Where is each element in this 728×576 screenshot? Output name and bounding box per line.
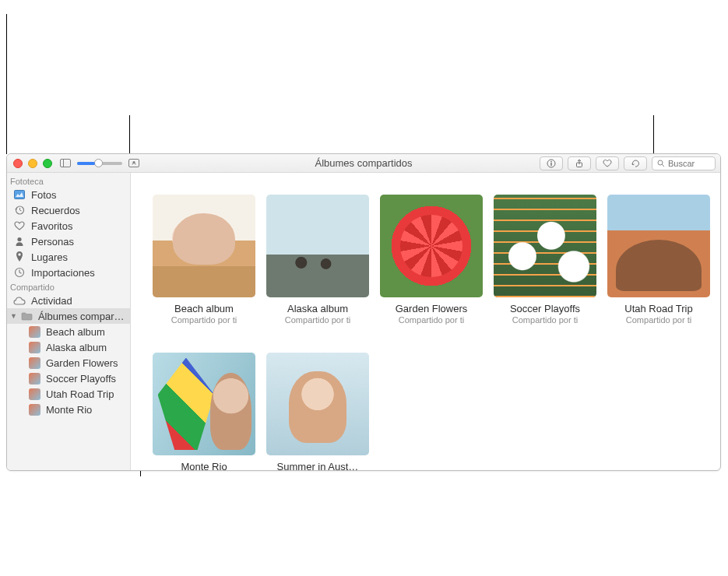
svg-rect-10 [15,191,25,199]
sidebar-shared-album[interactable]: Monte Rio [7,402,130,417]
sidebar-item-imports[interactable]: Importaciones [7,265,130,280]
traffic-lights [7,159,52,168]
sidebar-item-memories[interactable]: Recuerdos [7,202,130,218]
album-mini-thumb [29,373,40,385]
album-mini-thumb [29,357,40,369]
svg-point-5 [550,160,552,162]
album-thumbnail[interactable] [266,195,369,297]
share-button[interactable] [568,156,591,170]
album-card[interactable]: Beach albumCompartido por ti [153,195,255,325]
album-mini-thumb [29,342,40,353]
album-mini-thumb [29,326,40,338]
sidebar-item-photos[interactable]: Fotos [7,187,130,202]
album-subtitle: Compartido por ti [607,315,710,325]
photo-filter-icon[interactable] [128,159,139,167]
zoom-slider[interactable] [77,162,122,165]
sidebar-item-label: Fotos [31,189,57,201]
album-mini-thumb [29,388,40,400]
sidebar-item-label: Monte Rio [46,404,92,416]
album-thumbnail[interactable] [494,195,596,297]
disclosure-icon[interactable]: ▼ [10,312,17,320]
album-title: Summer in Aust… [266,461,369,470]
close-button[interactable] [13,159,23,168]
photos-icon [13,190,26,199]
svg-marker-13 [15,209,17,211]
sidebar-section-library: Fototeca [7,174,130,187]
sidebar-shared-album[interactable]: Beach album [7,324,130,339]
callout-line [6,14,7,154]
titlebar: Álbumes compartidos [7,154,720,173]
info-button[interactable] [540,156,563,170]
sidebar: Fototeca Fotos Recuerdos Favoritos Perso… [7,173,131,470]
sidebar-item-label: Alaska album [46,342,107,353]
sidebar-item-label: Personas [31,236,74,248]
sidebar-item-label: Álbumes compartid… [38,311,125,322]
sidebar-item-label: Favoritos [31,220,72,232]
svg-rect-6 [550,163,551,166]
callout-line [129,115,130,156]
svg-point-14 [17,237,21,241]
pin-icon [13,251,26,262]
sidebar-item-label: Lugares [31,251,68,263]
sidebar-item-label: Beach album [46,326,105,338]
svg-point-15 [18,253,20,255]
album-thumbnail[interactable] [380,195,483,297]
clock-icon [13,267,26,278]
album-card[interactable]: Soccer PlayoffsCompartido por ti [494,195,596,325]
search-field[interactable] [652,156,716,170]
album-mini-thumb [29,404,40,416]
zoom-button[interactable] [43,159,52,168]
sidebar-toggle-icon[interactable] [60,159,71,167]
svg-line-9 [662,164,664,167]
favorite-button[interactable] [596,156,619,170]
minimize-button[interactable] [28,159,37,168]
person-icon [13,236,26,247]
album-card[interactable]: Monte RioCompartido por ti [153,353,255,470]
sidebar-item-label: Recuerdos [31,205,80,216]
album-title: Monte Rio [153,461,255,470]
sidebar-item-shared-albums[interactable]: ▼ Álbumes compartid… [7,308,130,324]
heart-icon [13,221,26,230]
search-input[interactable] [668,159,710,168]
sidebar-section-shared: Compartido [7,280,130,293]
sidebar-shared-album[interactable]: Garden Flowers [7,355,130,371]
cloud-icon [13,297,26,305]
album-subtitle: Compartido por ti [380,315,483,325]
sidebar-item-label: Utah Road Trip [46,388,114,400]
sidebar-item-label: Garden Flowers [46,357,118,369]
sidebar-shared-album[interactable]: Soccer Playoffs [7,371,130,386]
album-title: Utah Road Trip [607,303,710,314]
album-thumbnail[interactable] [607,195,710,297]
folder-icon [21,312,33,321]
sidebar-shared-album[interactable]: Alaska album [7,339,130,355]
search-icon [657,160,665,167]
sidebar-item-label: Actividad [31,295,72,307]
album-title: Alaska album [266,303,369,314]
album-thumbnail[interactable] [153,353,255,455]
album-subtitle: Compartido por ti [153,315,255,325]
album-thumbnail[interactable] [266,353,369,455]
album-card[interactable]: Alaska albumCompartido por ti [266,195,369,325]
svg-point-8 [658,160,663,165]
album-title: Beach album [153,303,255,314]
album-card[interactable]: Summer in Aust…Compartido por ti [266,353,369,470]
rotate-button[interactable] [624,156,647,170]
sidebar-item-label: Importaciones [31,267,95,279]
main-content: Beach albumCompartido por tiAlaska album… [131,173,720,470]
sidebar-item-people[interactable]: Personas [7,234,130,249]
sidebar-shared-album[interactable]: Utah Road Trip [7,386,130,402]
album-card[interactable]: Utah Road TripCompartido por ti [607,195,710,325]
album-card[interactable]: Garden FlowersCompartido por ti [380,195,483,325]
photos-window: Álbumes compartidos [6,153,721,471]
album-subtitle: Compartido por ti [494,315,596,325]
sidebar-item-places[interactable]: Lugares [7,249,130,265]
clock-back-icon [13,205,26,216]
svg-rect-0 [61,160,71,167]
album-thumbnail[interactable] [153,195,255,297]
album-title: Soccer Playoffs [494,303,596,314]
album-title: Garden Flowers [380,303,483,314]
sidebar-item-label: Soccer Playoffs [46,373,116,385]
sidebar-item-activity[interactable]: Actividad [7,293,130,308]
album-subtitle: Compartido por ti [266,315,369,325]
sidebar-item-favorites[interactable]: Favoritos [7,218,130,234]
